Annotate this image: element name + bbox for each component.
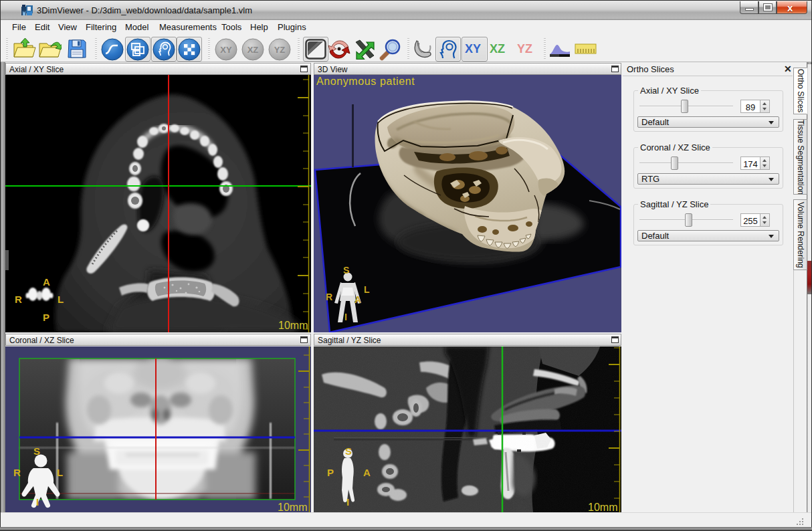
svg-text:A: A — [43, 276, 50, 288]
svg-text:10mm: 10mm — [588, 502, 617, 512]
svg-text:R: R — [326, 292, 332, 302]
svg-text:R: R — [15, 294, 22, 305]
svg-text:10mm: 10mm — [278, 502, 307, 512]
svg-text:XZ: XZ — [247, 45, 259, 55]
svg-text:S: S — [343, 265, 349, 276]
svg-text:P: P — [43, 312, 49, 323]
svg-text:I: I — [346, 496, 349, 508]
svg-text:R: R — [13, 467, 21, 478]
svg-text:L: L — [57, 467, 63, 478]
svg-text:S: S — [345, 445, 352, 457]
svg-text:A: A — [363, 467, 371, 478]
svg-text:YZ: YZ — [274, 45, 286, 55]
svg-text:L: L — [364, 284, 370, 295]
svg-text:I: I — [344, 312, 347, 322]
svg-text:P: P — [327, 467, 334, 478]
svg-text:I: I — [36, 496, 39, 508]
svg-text:S: S — [33, 445, 40, 457]
svg-text:A: A — [354, 294, 361, 305]
svg-text:Anonymous patient: Anonymous patient — [316, 76, 415, 87]
svg-text:XY: XY — [220, 45, 232, 55]
svg-text:L: L — [58, 294, 64, 305]
